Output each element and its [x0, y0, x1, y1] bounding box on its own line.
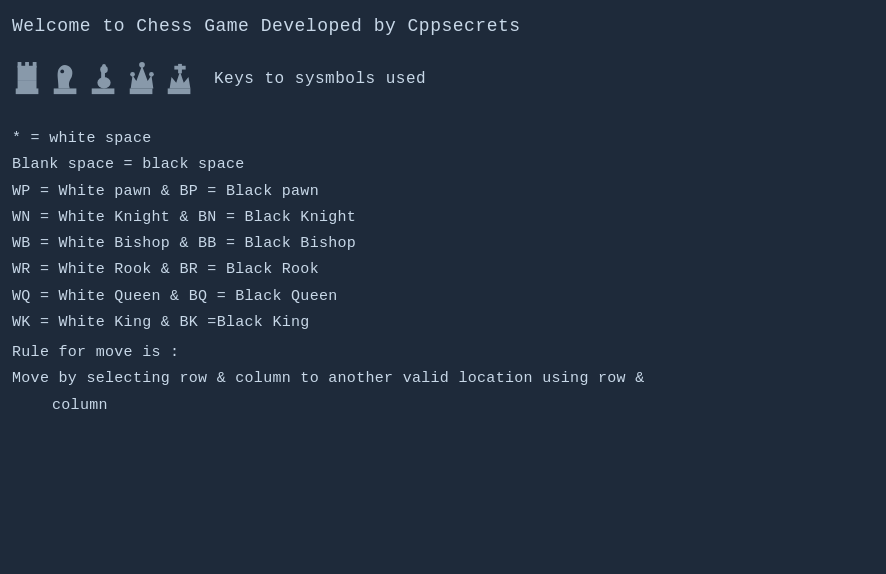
svg-rect-8 [92, 88, 115, 94]
legend-line-6: WR = White Rook & BR = Black Rook [12, 257, 874, 283]
rule-line-3: column [12, 393, 874, 419]
svg-rect-6 [54, 88, 77, 94]
svg-rect-19 [174, 66, 185, 70]
rule-section: Rule for move is : Move by selecting row… [12, 340, 874, 419]
king-icon [164, 60, 196, 98]
bishop-icon [88, 60, 120, 98]
page-title: Welcome to Chess Game Developed by Cppse… [12, 16, 874, 36]
legend-line-4: WN = White Knight & BN = Black Knight [12, 205, 874, 231]
svg-rect-3 [18, 66, 37, 81]
keys-label: Keys to sysmbols used [214, 70, 426, 88]
legend-section: * = white space Blank space = black spac… [12, 126, 874, 336]
rule-line-2: Move by selecting row & column to anothe… [12, 366, 874, 392]
rule-line-1: Rule for move is : [12, 340, 874, 366]
knight-icon [50, 60, 82, 98]
legend-line-8: WK = White King & BK =Black King [12, 310, 874, 336]
svg-rect-17 [168, 88, 191, 94]
main-container: Welcome to Chess Game Developed by Cppse… [0, 0, 886, 435]
svg-point-16 [149, 72, 154, 77]
chess-piece-icons [12, 60, 196, 98]
legend-line-2: Blank space = black space [12, 152, 874, 178]
svg-point-7 [60, 70, 64, 74]
legend-line-3: WP = White pawn & BP = Black pawn [12, 179, 874, 205]
legend-line-7: WQ = White Queen & BQ = Black Queen [12, 284, 874, 310]
svg-point-15 [130, 72, 135, 77]
rook-icon [12, 60, 44, 98]
legend-line-1: * = white space [12, 126, 874, 152]
legend-line-5: WB = White Bishop & BB = Black Bishop [12, 231, 874, 257]
svg-rect-5 [18, 81, 37, 90]
svg-rect-13 [130, 88, 153, 94]
svg-point-14 [139, 62, 145, 68]
svg-point-12 [102, 64, 106, 68]
keys-section: Keys to sysmbols used [12, 60, 874, 98]
queen-icon [126, 60, 158, 98]
